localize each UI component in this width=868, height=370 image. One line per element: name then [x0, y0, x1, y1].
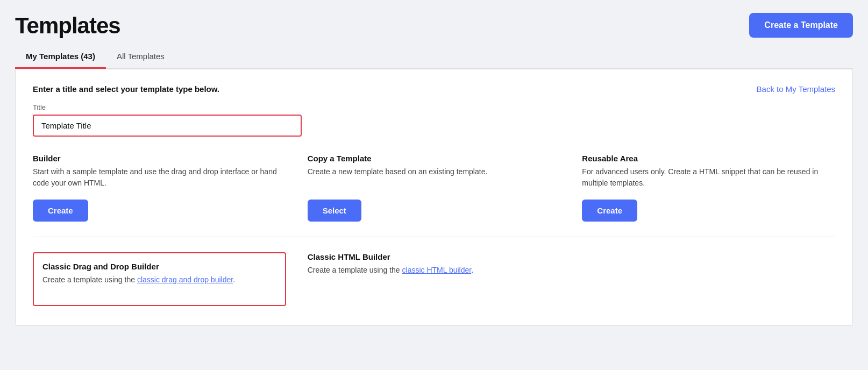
page-header: Templates Create a Template	[15, 13, 853, 39]
title-input[interactable]	[33, 115, 302, 137]
options-grid: Builder Start with a sample template and…	[33, 154, 835, 222]
classic-html-desc-suffix: .	[471, 266, 473, 274]
classic-drag-desc: Create a template using the classic drag…	[42, 274, 276, 286]
bottom-grid: Classic Drag and Drop Builder Create a t…	[33, 252, 835, 306]
classic-drag-desc-prefix: Create a template using the	[42, 275, 137, 284]
bottom-empty-col	[582, 252, 835, 306]
create-template-button[interactable]: Create a Template	[749, 13, 853, 38]
option-reusable-desc: For advanced users only. Create a HTML s…	[582, 166, 835, 189]
builder-create-button[interactable]: Create	[33, 200, 88, 222]
option-builder-title: Builder	[33, 154, 286, 163]
back-to-my-templates-link[interactable]: Back to My Templates	[757, 84, 835, 94]
classic-drag-desc-suffix: .	[233, 275, 235, 284]
copy-select-button[interactable]: Select	[308, 200, 361, 222]
classic-html-desc: Create a template using the classic HTML…	[308, 265, 561, 295]
option-reusable-title: Reusable Area	[582, 154, 835, 163]
title-label: Title	[33, 103, 835, 111]
page-title: Templates	[15, 13, 120, 39]
classic-drag-link[interactable]: classic drag and drop builder	[137, 275, 233, 284]
classic-html-link[interactable]: classic HTML builder	[402, 266, 472, 274]
option-builder: Builder Start with a sample template and…	[33, 154, 286, 222]
classic-html-desc-prefix: Create a template using the	[308, 266, 402, 274]
options-divider	[33, 237, 835, 237]
tabs-bar: My Templates (43) All Templates	[15, 45, 853, 69]
card-instruction: Enter a title and select your template t…	[33, 84, 219, 94]
option-copy-desc: Create a new template based on an existi…	[308, 166, 561, 189]
tab-all-templates[interactable]: All Templates	[106, 45, 175, 69]
main-card: Enter a title and select your template t…	[15, 69, 853, 326]
option-classic-html: Classic HTML Builder Create a template u…	[308, 252, 561, 306]
option-builder-desc: Start with a sample template and use the…	[33, 166, 286, 189]
card-top-row: Enter a title and select your template t…	[33, 84, 835, 94]
option-copy-template: Copy a Template Create a new template ba…	[308, 154, 561, 222]
reusable-create-button[interactable]: Create	[582, 200, 637, 222]
title-field-group: Title	[33, 103, 835, 137]
classic-drag-title: Classic Drag and Drop Builder	[42, 262, 276, 271]
classic-html-title: Classic HTML Builder	[308, 252, 561, 261]
option-classic-drag-drop: Classic Drag and Drop Builder Create a t…	[33, 252, 286, 306]
tab-my-templates[interactable]: My Templates (43)	[15, 45, 106, 69]
option-copy-title: Copy a Template	[308, 154, 561, 163]
option-reusable-area: Reusable Area For advanced users only. C…	[582, 154, 835, 222]
